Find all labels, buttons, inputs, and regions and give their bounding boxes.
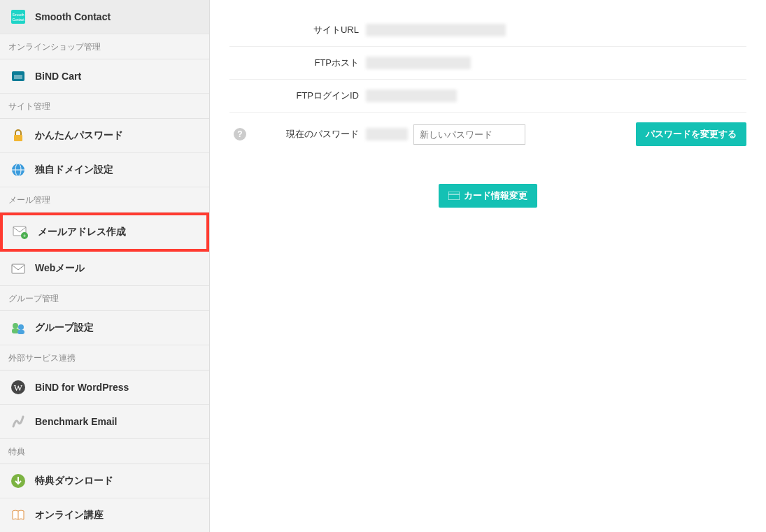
- lock-icon: [10, 127, 27, 144]
- sidebar: SmoothContact Smooth Contact オンラインショップ管理…: [0, 0, 210, 532]
- sidebar-item-group[interactable]: グループ設定: [0, 311, 209, 345]
- value-current-password: [366, 128, 408, 141]
- label-ftp-login: FTPログインID: [250, 89, 366, 102]
- label-current-password: 現在のパスワード: [250, 128, 366, 141]
- sidebar-item-label: Smooth Contact: [35, 11, 111, 22]
- svg-rect-5: [14, 135, 22, 141]
- label-ftp-host: FTPホスト: [250, 57, 366, 69]
- new-password-input[interactable]: [413, 124, 525, 145]
- book-icon: [10, 507, 27, 524]
- svg-point-14: [18, 324, 24, 330]
- sidebar-item-label: Webメール: [35, 262, 85, 275]
- svg-text:+: +: [23, 233, 27, 239]
- sidebar-item-label: メールアドレス作成: [38, 226, 126, 238]
- wordpress-icon: W: [10, 379, 27, 396]
- form-row-ftp-login: FTPログインID: [229, 80, 746, 113]
- sidebar-item-label: 独自ドメイン設定: [35, 164, 113, 176]
- svg-point-13: [13, 323, 18, 329]
- section-header-shop: オンラインショップ管理: [0, 34, 209, 59]
- benchmark-icon: [10, 413, 27, 430]
- main-content: サイトURL FTPホスト FTPログインID ? 現在のパスワード パスワード…: [210, 0, 766, 532]
- sidebar-item-label: オンライン講座: [35, 509, 104, 522]
- value-ftp-login: [366, 89, 457, 102]
- svg-text:W: W: [14, 382, 23, 393]
- card-icon: [448, 192, 460, 200]
- sidebar-item-label: BiND for WordPress: [35, 382, 129, 393]
- card-info-change-button[interactable]: カード情報変更: [439, 184, 537, 208]
- svg-rect-21: [448, 192, 460, 200]
- cart-icon: [10, 68, 27, 85]
- change-password-button[interactable]: パスワードを変更する: [636, 122, 746, 146]
- webmail-icon: [10, 260, 27, 277]
- sidebar-item-webmail[interactable]: Webメール: [0, 252, 209, 286]
- group-icon: [10, 319, 27, 336]
- svg-rect-0: [11, 10, 25, 24]
- section-header-external: 外部サービス連携: [0, 345, 209, 371]
- sidebar-item-label: かんたんパスワード: [35, 129, 123, 142]
- help-icon[interactable]: ?: [234, 128, 246, 141]
- section-header-mail: メール管理: [0, 187, 209, 213]
- download-icon: [10, 473, 27, 489]
- mail-create-icon: +: [13, 224, 29, 240]
- section-header-group: グループ管理: [0, 286, 209, 311]
- highlight-box: + メールアドレス作成: [0, 213, 209, 252]
- smooth-contact-icon: SmoothContact: [10, 8, 27, 25]
- label-site-url: サイトURL: [250, 24, 366, 36]
- form-row-ftp-host: FTPホスト: [229, 47, 746, 80]
- sidebar-item-benchmark[interactable]: Benchmark Email: [0, 405, 209, 439]
- card-button-label: カード情報変更: [464, 189, 527, 202]
- svg-rect-16: [17, 330, 24, 334]
- section-header-site: サイト管理: [0, 94, 209, 119]
- svg-rect-12: [12, 264, 24, 273]
- sidebar-item-online-course[interactable]: オンライン講座: [0, 498, 209, 532]
- sidebar-item-label: 特典ダウンロード: [35, 475, 113, 487]
- sidebar-item-label: グループ設定: [35, 322, 94, 334]
- value-ftp-host: [366, 57, 471, 69]
- sidebar-item-label: BiND Cart: [35, 71, 81, 82]
- sidebar-item-password[interactable]: かんたんパスワード: [0, 119, 209, 153]
- form-row-site-url: サイトURL: [229, 14, 746, 47]
- value-site-url: [366, 24, 506, 36]
- sidebar-item-domain[interactable]: 独自ドメイン設定: [0, 153, 209, 187]
- card-button-row: カード情報変更: [229, 156, 746, 208]
- sidebar-item-smooth-contact[interactable]: SmoothContact Smooth Contact: [0, 0, 209, 34]
- section-header-bonus: 特典: [0, 439, 209, 464]
- form-row-password: ? 現在のパスワード パスワードを変更する: [229, 113, 746, 156]
- svg-text:Contact: Contact: [12, 17, 24, 22]
- sidebar-item-label: Benchmark Email: [35, 416, 118, 427]
- sidebar-item-bonus-download[interactable]: 特典ダウンロード: [0, 464, 209, 498]
- svg-text:Smooth: Smooth: [12, 13, 24, 17]
- sidebar-item-bind-cart[interactable]: BiND Cart: [0, 59, 209, 94]
- svg-rect-4: [14, 75, 22, 79]
- globe-icon: [10, 161, 27, 178]
- sidebar-item-mail-create[interactable]: + メールアドレス作成: [3, 215, 206, 249]
- sidebar-item-wordpress[interactable]: W BiND for WordPress: [0, 371, 209, 405]
